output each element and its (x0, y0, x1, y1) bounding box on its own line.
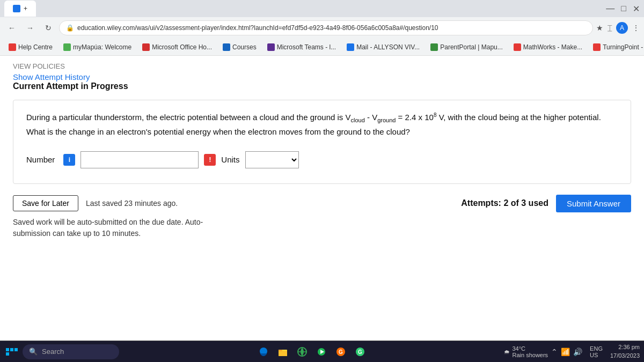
title-bar: + — □ ✕ (0, 0, 644, 17)
mail-icon (347, 43, 354, 51)
taskbar-file-explorer-icon[interactable] (275, 344, 290, 359)
title-bar-controls: — □ ✕ (606, 4, 640, 14)
subscript-ground: ground (377, 117, 396, 123)
bookmark-label: ParentPortal | Mapu... (440, 43, 503, 51)
question-text: During a particular thunderstorm, the el… (26, 111, 618, 138)
bookmark-label: MathWorks - Make... (523, 43, 582, 51)
profile-icon[interactable]: A (616, 22, 628, 34)
taskbar-app-icon[interactable]: G (333, 344, 348, 359)
bookmark-mail[interactable]: Mail - ALLYSON VIV... (342, 42, 424, 52)
bookmark-help-centre[interactable]: Help Centre (4, 42, 57, 52)
answer-row: Number i ! Units J eV keV MeV (26, 151, 618, 168)
close-icon[interactable]: ✕ (633, 4, 640, 14)
taskbar-search-label: Search (42, 348, 64, 356)
taskbar-media-icon[interactable] (314, 344, 329, 359)
language-label: ENG (590, 345, 603, 352)
page-content: VIEW POLICIES Show Attempt History Curre… (0, 56, 644, 341)
view-policies-text: VIEW POLICIES (13, 62, 631, 70)
extensions-icon[interactable]: ⌶ (608, 24, 612, 32)
bookmark-label: TurningPoint - Parti... (603, 43, 644, 51)
svg-rect-1 (279, 351, 287, 356)
toolbar-icons: ★ ⌶ A ⋮ (596, 22, 640, 34)
bookmark-label: Help Centre (18, 43, 53, 51)
start-button[interactable] (4, 344, 19, 359)
bookmark-turningpoint[interactable]: TurningPoint - Parti... (589, 42, 644, 52)
svg-text:G: G (358, 349, 362, 355)
help-centre-icon (9, 43, 16, 51)
bookmark-office[interactable]: Microsoft Office Ho... (138, 42, 216, 52)
last-saved-text: Last saved 23 minutes ago. (86, 199, 178, 208)
address-bar-row: ← → ↻ 🔒 education.wiley.com/was/ui/v2/as… (0, 17, 644, 39)
tray-chevron[interactable]: ⌃ (551, 348, 558, 356)
attempts-label: Attempts: 2 of 3 used (461, 198, 548, 208)
bookmark-courses[interactable]: Courses (218, 42, 261, 52)
taskbar-edge-icon[interactable] (256, 344, 271, 359)
sys-tray: ⌃ 📶 🔊 (551, 348, 582, 356)
mathworks-icon (514, 43, 521, 51)
bookmark-label: Mail - ALLYSON VIV... (356, 43, 420, 51)
restore-icon[interactable]: □ (621, 4, 626, 14)
question-text-part3: = 2.4 x 10 (396, 113, 433, 122)
back-button[interactable]: ← (4, 20, 19, 35)
bookmark-label: Microsoft Teams - l... (277, 43, 336, 51)
submit-answer-button[interactable]: Submit Answer (556, 195, 631, 212)
weather-temp: 34°C (512, 345, 548, 352)
more-options-icon[interactable]: ⋮ (632, 24, 640, 32)
windows-logo (6, 348, 18, 356)
taskbar-extra-icon[interactable]: G (353, 344, 368, 359)
mymapua-icon (63, 43, 71, 51)
bookmark-label: Microsoft Office Ho... (152, 43, 212, 51)
url-text: education.wiley.com/was/ui/v2/assessment… (77, 24, 438, 32)
auto-submit-line1: Saved work will be auto-submitted on the… (13, 218, 203, 226)
attempts-right: Attempts: 2 of 3 used Submit Answer (461, 195, 631, 212)
weather-icon: 🌧 (504, 349, 510, 355)
taskbar-time: 2:36 pm (610, 343, 640, 351)
reload-button[interactable]: ↻ (41, 20, 56, 35)
bookmark-star-icon[interactable]: ★ (596, 24, 603, 32)
minimize-icon[interactable]: — (606, 4, 614, 14)
save-row: Save for Later Last saved 23 minutes ago… (13, 195, 631, 212)
info-button[interactable]: i (63, 154, 75, 166)
number-label: Number (26, 155, 55, 164)
svg-rect-2 (279, 350, 282, 351)
wifi-icon: 📶 (561, 348, 570, 356)
auto-submit-note: Saved work will be auto-submitted on the… (13, 217, 281, 239)
courses-icon (223, 43, 230, 51)
tab-icon (13, 5, 20, 12)
subscript-cloud: cloud (351, 117, 365, 123)
bookmark-mymapua[interactable]: myMapúa: Welcome (59, 42, 136, 52)
search-icon: 🔍 (29, 348, 38, 356)
forward-button[interactable]: → (23, 20, 38, 35)
taskbar-browser-icon[interactable] (295, 344, 310, 359)
parentportal-icon (430, 43, 438, 51)
show-attempt-history-link[interactable]: Show Attempt History (13, 72, 90, 82)
units-label: Units (221, 155, 239, 164)
question-text-part2: - V (365, 113, 377, 122)
bookmark-parentportal[interactable]: ParentPortal | Mapu... (426, 42, 507, 52)
weather-info: 🌧 34°C Rain showers (504, 345, 548, 358)
address-box[interactable]: 🔒 education.wiley.com/was/ui/v2/assessme… (59, 20, 593, 35)
taskbar-search-bar[interactable]: 🔍 Search (23, 344, 119, 359)
current-attempt-heading: Current Attempt in Progress (13, 82, 631, 91)
bookmark-label: myMapúa: Welcome (73, 43, 131, 51)
taskbar-sys-info: ENG US (586, 345, 607, 358)
taskbar-date: 17/03/2023 (610, 352, 640, 360)
bookmarks-bar: Help Centre myMapúa: Welcome Microsoft O… (0, 39, 644, 56)
bookmark-teams[interactable]: Microsoft Teams - l... (263, 42, 340, 52)
answer-input[interactable] (80, 151, 199, 168)
turningpoint-icon (593, 43, 601, 51)
browser-tab[interactable]: + (4, 1, 36, 17)
lock-icon: 🔒 (66, 24, 74, 32)
exclamation-button[interactable]: ! (204, 154, 216, 166)
taskbar-running-apps: G G (256, 344, 368, 359)
svg-text:G: G (339, 349, 343, 355)
units-select[interactable]: J eV keV MeV (245, 151, 299, 168)
weather-desc: Rain showers (512, 352, 548, 358)
bookmark-label: Courses (232, 43, 257, 51)
question-text-part1: During a particular thunderstorm, the el… (26, 113, 351, 122)
save-for-later-button[interactable]: Save for Later (13, 195, 78, 211)
question-box: During a particular thunderstorm, the el… (13, 100, 631, 184)
bookmark-mathworks[interactable]: MathWorks - Make... (509, 42, 587, 52)
volume-icon[interactable]: 🔊 (573, 348, 582, 356)
taskbar: 🔍 Search (0, 341, 644, 362)
